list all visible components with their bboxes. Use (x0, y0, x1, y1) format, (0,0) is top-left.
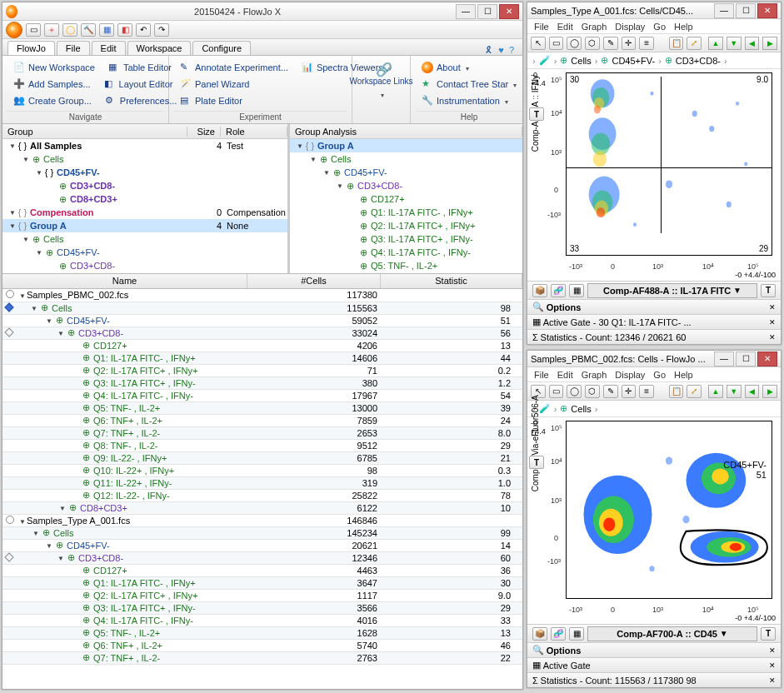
ribbon-help-icon[interactable]: ? (509, 45, 514, 55)
plot-a-text-x-icon[interactable]: T (761, 284, 776, 297)
table-row[interactable]: ⊕Q3: IL-17A FITC+ , IFNy-356629 (2, 601, 522, 614)
table-row[interactable]: ⊕Q11: IL-22+ , IFNy-3191.0 (2, 476, 522, 489)
table-row[interactable]: ⊕Q7: TNF+ , IL-2-276322 (2, 651, 522, 664)
plot-a-close[interactable]: ✕ (757, 3, 777, 18)
redo-icon[interactable]: ↷ (154, 23, 169, 37)
group-tree-item[interactable]: ⊕CD127+ (2, 272, 287, 273)
plot-b-ylabel[interactable]: Comp-FixVia-eFluor506-A (531, 395, 540, 491)
tab-configure[interactable]: Configure (192, 41, 251, 55)
plot-a-menu-go[interactable]: Go (653, 22, 666, 32)
plot-a-prev[interactable]: ◀ (745, 37, 760, 50)
tool-layout-icon[interactable]: ◧ (117, 23, 132, 37)
group-tree-item[interactable]: ▼{ }CD45+FV- (2, 166, 287, 179)
group-analysis-item[interactable]: ⊕Q6: TNF+ , IL-2+ (290, 272, 522, 273)
table-row[interactable]: ▼⊕Cells14523499 (2, 526, 522, 539)
plot-a-menu-help[interactable]: Help (674, 22, 693, 32)
table-row[interactable]: ⊕Q8: TNF- , IL-2-951229 (2, 439, 522, 451)
plot-a-active-gate[interactable]: ▦ Active Gate - 30 Q1: IL-17A FITC- ...✕ (527, 314, 781, 329)
close-button[interactable]: ✕ (499, 4, 519, 19)
group-tree-item[interactable]: ▼{ }All Samples4Test (2, 139, 287, 152)
tab-flowjo[interactable]: FlowJo (7, 41, 55, 55)
table-row[interactable]: ⊕Q1: IL-17A FITC- , IFNy+1460644 (2, 351, 522, 364)
ribbon-heart-icon[interactable]: ♥ (498, 45, 504, 55)
plot-a-grid-icon[interactable]: ▦ (569, 284, 584, 297)
group-analysis-item[interactable]: ▼{ }Group A (290, 139, 522, 152)
plot-b-xparam-select[interactable]: Comp-AF700-A :: CD45 ▼ (587, 626, 757, 641)
table-row[interactable]: ▼⊕CD45+FV-5905251 (2, 314, 522, 327)
plot-a-text-y-icon[interactable]: T (529, 107, 544, 121)
contact-button[interactable]: ★Contact Tree Star (416, 76, 522, 92)
table-row[interactable]: ⊕Q4: IL-17A FITC- , IFNy-401633 (2, 614, 522, 626)
group-tree-item[interactable]: ⊕CD8+CD3+ (2, 192, 287, 206)
plot-a-max[interactable]: ☐ (736, 3, 756, 18)
quad-hline[interactable] (567, 167, 772, 168)
quad-gate-icon[interactable]: ✛ (622, 37, 637, 50)
plot-a-menu-graph[interactable]: Graph (582, 22, 607, 32)
more-gate-icon[interactable]: ≡ (639, 37, 654, 50)
group-tree-item[interactable]: ⊕CD3+CD8- (2, 259, 287, 272)
table-row[interactable]: ▼⊕CD45+FV-2062114 (2, 539, 522, 551)
maximize-button[interactable]: ☐ (477, 4, 497, 19)
group-analysis-item[interactable]: ▼⊕CD45+FV- (290, 166, 522, 179)
quad-vline[interactable] (661, 77, 662, 233)
plot-a-up[interactable]: ▲ (708, 37, 723, 50)
plot-b-min[interactable]: — (714, 351, 734, 366)
minimize-button[interactable]: — (456, 4, 476, 19)
table-row[interactable]: ⊕Q1: IL-17A FITC- , IFNy+364730 (2, 576, 522, 589)
plot-a-menu-edit[interactable]: Edit (557, 22, 573, 32)
group-analysis-item[interactable]: ⊕Q2: IL-17A FITC+ , IFNy+ (290, 219, 522, 232)
tool-hammer-icon[interactable]: 🔨 (81, 23, 96, 37)
table-row[interactable]: ⊕Q12: IL-22- , IFNy-2582278 (2, 489, 522, 501)
table-row[interactable]: ⊕Q3: IL-17A FITC+ , IFNy-3801.2 (2, 376, 522, 389)
undo-icon[interactable]: ↶ (136, 23, 151, 37)
export-plot-icon[interactable]: ⤢ (687, 37, 702, 50)
plot-b-max[interactable]: ☐ (736, 351, 756, 366)
app-logo-icon[interactable] (6, 22, 22, 38)
annotate-experiment-button[interactable]: ✎Annotate Experiment... (174, 59, 294, 76)
about-button[interactable]: About (416, 59, 475, 76)
plot-a-down[interactable]: ▼ (727, 37, 742, 50)
group-analysis-tree[interactable]: ▼{ }Group A▼⊕Cells▼⊕CD45+FV-▼⊕CD3+CD8-⊕C… (290, 139, 522, 273)
layout-editor-button[interactable]: ◧Layout Editor (98, 76, 179, 92)
table-row[interactable]: ▼Samples_Type A_001.fcs146846 (2, 514, 522, 526)
sample-table[interactable]: ▼Samples_PBMC_002.fcs117380▼⊕Cells115563… (2, 289, 522, 689)
tool-plus-icon[interactable]: ＋ (44, 23, 59, 37)
table-row[interactable]: ▼⊕CD3+CD8-1234660 (2, 551, 522, 564)
table-row[interactable]: ⊕Q5: TNF- , IL-2+162813 (2, 626, 522, 639)
table-row[interactable]: ⊕Q10: IL-22+ , IFNy+980.3 (2, 464, 522, 476)
table-row[interactable]: ⊕Q2: IL-17A FITC+ , IFNy+11179.0 (2, 589, 522, 601)
plot-a-menu-file[interactable]: File (534, 22, 549, 32)
tab-file[interactable]: File (57, 41, 90, 55)
plot-b-active-gate[interactable]: ▦ Active Gate✕ (527, 657, 781, 672)
oval-gate-icon[interactable]: ◯ (567, 37, 582, 50)
group-tree-item[interactable]: ▼⊕CD45+FV- (2, 246, 287, 259)
table-row[interactable]: ⊕Q4: IL-17A FITC- , IFNy-1796754 (2, 389, 522, 401)
group-tree-item[interactable]: ⊕CD3+CD8- (2, 179, 287, 192)
group-analysis-item[interactable]: ⊕CD127+ (290, 192, 522, 206)
plate-editor-button[interactable]: ▤Plate Editor (174, 92, 248, 109)
table-editor-button[interactable]: ▦Table Editor (102, 59, 177, 76)
panel-wizard-button[interactable]: 🪄Panel Wizard (174, 76, 255, 92)
plot-b-close[interactable]: ✕ (757, 351, 777, 366)
table-row[interactable]: ⊕CD127+446336 (2, 564, 522, 576)
table-row[interactable]: ⊕Q6: TNF+ , IL-2+574046 (2, 639, 522, 651)
table-row[interactable]: ⊕CD127+420613 (2, 339, 522, 351)
tab-edit[interactable]: Edit (92, 41, 126, 55)
plot-b-canvas[interactable]: -0 +4.4 Comp-FixVia-eFluor506-A T (527, 417, 781, 624)
table-row[interactable]: ⊕Q2: IL-17A FITC+ , IFNy+710.2 (2, 364, 522, 376)
new-workspace-button[interactable]: 📄New Workspace (7, 59, 101, 76)
poly-gate-icon[interactable]: ⬡ (585, 37, 600, 50)
tool-cursor-icon[interactable]: ▭ (26, 23, 41, 37)
table-row[interactable]: ⊕Q7: TNF+ , IL-2-26538.0 (2, 426, 522, 439)
ribbon-flag-icon[interactable]: 🎗 (484, 45, 493, 55)
group-analysis-item[interactable]: ⊕Q3: IL-17A FITC+ , IFNy- (290, 232, 522, 246)
group-analysis-item[interactable]: ⊕Q4: IL-17A FITC- , IFNy- (290, 246, 522, 259)
plot-a-menu-display[interactable]: Display (615, 22, 645, 32)
cursor-tool-icon[interactable]: ↖ (531, 37, 546, 50)
table-row[interactable]: ⊕Q9: IL-22- , IFNy+678521 (2, 451, 522, 464)
add-samples-button[interactable]: ➕Add Samples... (7, 76, 97, 92)
group-tree[interactable]: ▼{ }All Samples4Test▼⊕Cells▼{ }CD45+FV-⊕… (2, 139, 287, 273)
group-analysis-item[interactable]: ⊕Q1: IL-17A FITC- , IFNy+ (290, 206, 522, 219)
rect-gate-icon[interactable]: ▭ (549, 37, 564, 50)
tool-gate-icon[interactable]: ◯ (62, 23, 77, 37)
